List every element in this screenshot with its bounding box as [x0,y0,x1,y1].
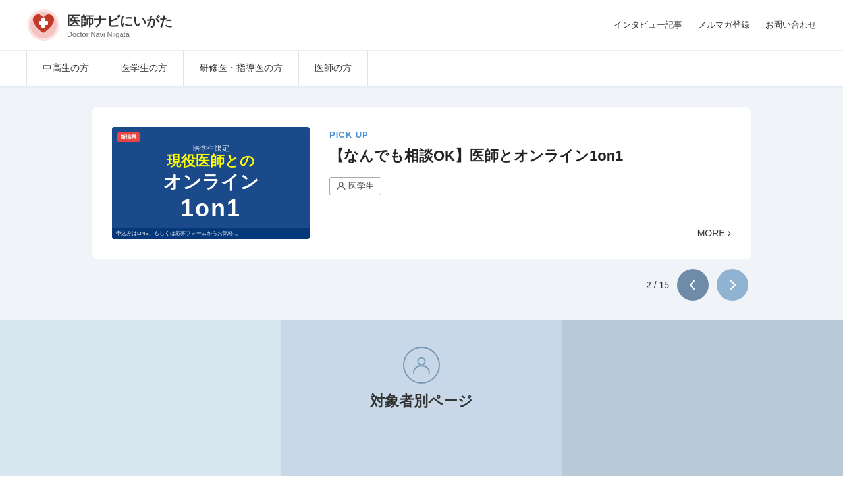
img-bottom-text: 申込みはLINE、もしくは応募フォームからお気軽に [116,230,238,237]
logo-en: Doctor Navi Niigata [67,30,173,38]
person-icon [337,182,346,191]
more-label: MORE [697,228,725,238]
page-total: 15 [659,280,669,290]
section-title: 対象者別ページ [370,391,473,411]
header: 医師ナビにいがた Doctor Navi Niigata インタビュー記事 メル… [0,0,843,51]
chevron-left-icon [687,279,699,291]
prev-button[interactable] [677,269,709,301]
tag: 医学生 [329,177,381,195]
person-circle-icon [403,347,440,384]
img-line3: オンライン 1on1 [163,170,259,222]
bottom-section: 対象者別ページ 中高生の方 医学生の方 研修医・指導医の方 医師の方 [0,320,843,476]
svg-rect-3 [39,21,48,25]
svg-point-4 [339,182,343,186]
card-image: 新潟県 医学生限定 現役医師との オンライン 1on1 申込みはLINE、もしく… [112,127,310,239]
svg-point-5 [418,358,425,365]
card-image-inner: 新潟県 医学生限定 現役医師との オンライン 1on1 申込みはLINE、もしく… [112,127,310,239]
page-body: 新潟県 医学生限定 現役医師との オンライン 1on1 申込みはLINE、もしく… [0,88,843,320]
nav-resident[interactable]: 研修医・指導医の方 [184,51,299,86]
header-links: インタビュー記事 メルマガ登録 お問い合わせ [614,19,817,31]
pagination-info: 2 / 15 [646,280,669,290]
pickup-label: PICK UP [329,130,731,139]
page-current: 2 [646,280,651,290]
nav-highschool[interactable]: 中高生の方 [26,51,105,86]
pickup-card: 新潟県 医学生限定 現役医師との オンライン 1on1 申込みはLINE、もしく… [92,107,751,259]
user-icon [412,355,431,375]
logo-area: 医師ナビにいがた Doctor Navi Niigata [26,8,173,42]
img-line1: 医学生限定 [163,143,259,153]
pagination-row: 2 / 15 [92,269,751,301]
nav-doctor[interactable]: 医師の方 [299,51,368,86]
nav-medstudent[interactable]: 医学生の方 [105,51,184,86]
next-button[interactable] [717,269,748,301]
more-button[interactable]: MORE › [697,227,731,239]
interview-link[interactable]: インタビュー記事 [614,19,682,31]
main-nav: 中高生の方 医学生の方 研修医・指導医の方 医師の方 [0,51,843,88]
chevron-right-icon [726,279,738,291]
card-content: PICK UP 【なんでも相談OK】医師とオンライン1on1 医学生 [329,127,731,195]
logo-icon [26,8,61,42]
bottom-content: 対象者別ページ [0,320,843,424]
img-bottom-bar: 申込みはLINE、もしくは応募フォームからお気軽に [112,228,310,239]
chevron-right-icon: › [728,227,731,239]
contact-link[interactable]: お問い合わせ [765,19,817,31]
img-badge: 新潟県 [117,132,140,142]
newsletter-link[interactable]: メルマガ登録 [698,19,749,31]
img-center-text: 医学生限定 現役医師との オンライン 1on1 [163,143,259,222]
tag-label: 医学生 [348,180,374,192]
card-title: 【なんでも相談OK】医師とオンライン1on1 [329,146,731,166]
logo-text: 医師ナビにいがた Doctor Navi Niigata [67,13,173,38]
img-line2: 現役医師との [163,153,259,169]
logo-jp: 医師ナビにいがた [67,13,173,30]
